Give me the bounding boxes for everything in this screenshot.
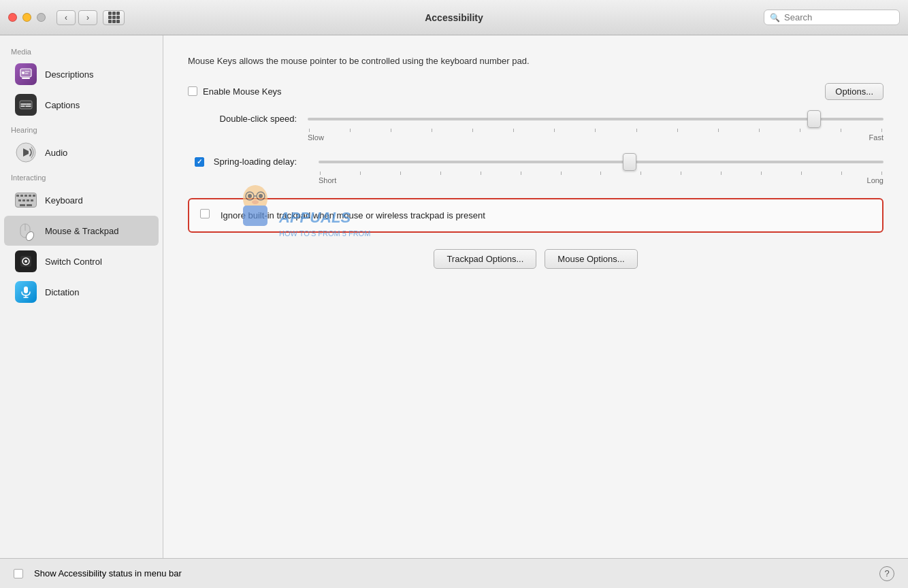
tick (721, 172, 721, 175)
zoom-button[interactable] (37, 13, 46, 22)
double-click-speed-label: Double-click speed: (188, 114, 297, 124)
tick (391, 129, 391, 132)
svg-rect-17 (24, 287, 28, 293)
sidebar-item-mouse-trackpad[interactable]: Mouse & Trackpad (4, 216, 159, 246)
close-button[interactable] (8, 13, 17, 22)
descriptions-icon (15, 63, 37, 85)
mouse-icon (15, 220, 37, 242)
status-bar: Show Accessibility status in menu bar ? (0, 558, 908, 588)
sidebar-item-captions[interactable]: Captions (4, 90, 159, 120)
tick (320, 172, 321, 175)
sidebar-item-keyboard[interactable]: Keyboard (4, 185, 159, 215)
tick (400, 172, 401, 175)
options-button[interactable]: Options... (825, 83, 883, 100)
enable-mouse-keys-label: Enable Mouse Keys (203, 86, 282, 97)
spring-loading-slider-container (319, 155, 883, 169)
tick (432, 129, 432, 132)
spring-loading-thumb[interactable] (623, 153, 636, 171)
window-title: Accessibility (425, 12, 483, 23)
double-click-speed-section: Double-click speed: (188, 112, 883, 142)
spring-loading-long-label: Long (867, 176, 883, 184)
tick (554, 129, 555, 132)
ignore-trackpad-box: Ignore built-in trackpad when mouse or w… (188, 198, 883, 233)
keyboard-icon (15, 189, 37, 211)
tick (481, 172, 481, 175)
show-accessibility-label: Show Accessibility status in menu bar (34, 568, 182, 578)
spring-loading-section: Spring-loading delay: (188, 155, 883, 184)
sidebar-item-label-keyboard: Keyboard (45, 195, 83, 206)
tick (360, 172, 361, 175)
tick (309, 129, 310, 132)
sidebar-item-label-switch-control: Switch Control (45, 257, 102, 267)
forward-button[interactable]: › (78, 10, 97, 25)
search-bar[interactable]: 🔍 (764, 10, 900, 25)
sidebar-item-dictation[interactable]: Dictation (4, 277, 159, 307)
sidebar-item-audio[interactable]: Audio (4, 137, 159, 167)
sidebar-section-media: Media (0, 42, 163, 59)
spring-loading-row: Spring-loading delay: (188, 155, 883, 169)
spring-loading-short-label: Short (319, 176, 336, 184)
tick (472, 129, 473, 132)
double-click-speed-thumb[interactable] (807, 110, 821, 128)
trackpad-options-button[interactable]: Trackpad Options... (434, 249, 536, 269)
double-click-fast-label: Fast (869, 133, 883, 142)
tick (841, 172, 842, 175)
double-click-speed-track (308, 118, 883, 120)
tick (881, 172, 882, 175)
search-icon: 🔍 (770, 13, 780, 22)
dictation-icon (15, 281, 37, 303)
mouse-keys-description: Mouse Keys allows the mouse pointer to b… (188, 54, 678, 68)
captions-icon (15, 94, 37, 116)
ignore-trackpad-label: Ignore built-in trackpad when mouse or w… (221, 209, 485, 223)
sidebar-item-label-captions: Captions (45, 100, 80, 110)
switch-icon (15, 250, 37, 272)
sidebar: Media Descriptions (0, 35, 163, 558)
sidebar-section-hearing: Hearing (0, 120, 163, 137)
double-click-slow-label: Slow (308, 133, 324, 142)
grid-view-button[interactable] (103, 10, 125, 25)
tick (801, 172, 802, 175)
tick (641, 172, 641, 175)
tick (521, 172, 521, 175)
tick (440, 172, 441, 175)
tick (513, 129, 514, 132)
tick (718, 129, 719, 132)
double-click-speed-slider-container (308, 112, 883, 126)
show-accessibility-row: Show Accessibility status in menu bar (14, 568, 182, 578)
show-accessibility-checkbox[interactable] (14, 569, 23, 578)
titlebar: ‹ › Accessibility 🔍 (0, 0, 908, 35)
sidebar-item-label-dictation: Dictation (45, 287, 80, 297)
tick (600, 172, 601, 175)
ignore-trackpad-checkbox[interactable] (200, 209, 210, 218)
search-input[interactable] (784, 12, 894, 22)
traffic-lights (8, 13, 46, 22)
spring-loading-track (319, 161, 883, 163)
enable-mouse-keys-checkbox[interactable] (188, 86, 197, 96)
double-click-speed-row: Double-click speed: (188, 112, 883, 126)
tick (681, 172, 681, 175)
tick (881, 129, 882, 132)
enable-mouse-keys-row: Enable Mouse Keys Options... (188, 83, 883, 100)
minimize-button[interactable] (22, 13, 31, 22)
navigation-buttons: ‹ › (56, 10, 97, 25)
sidebar-item-switch-control[interactable]: Switch Control (4, 246, 159, 276)
grid-icon (108, 12, 120, 23)
tick (800, 129, 800, 132)
help-button[interactable]: ? (879, 566, 894, 581)
bottom-buttons: Trackpad Options... Mouse Options... (188, 249, 883, 269)
tick (759, 129, 760, 132)
main-content: Media Descriptions (0, 35, 908, 558)
mouse-options-button[interactable]: Mouse Options... (545, 249, 637, 269)
tick (761, 172, 762, 175)
svg-rect-5 (20, 101, 32, 109)
svg-point-2 (22, 71, 25, 74)
sidebar-item-label-audio: Audio (45, 148, 67, 158)
svg-point-16 (25, 260, 27, 263)
sidebar-item-label-mouse-trackpad: Mouse & Trackpad (45, 226, 118, 236)
back-button[interactable]: ‹ (56, 10, 76, 25)
sidebar-item-descriptions[interactable]: Descriptions (4, 59, 159, 89)
tick (636, 129, 637, 132)
spring-loading-checkbox[interactable] (195, 157, 204, 167)
audio-icon (15, 142, 37, 163)
sidebar-item-label-descriptions: Descriptions (45, 69, 94, 80)
